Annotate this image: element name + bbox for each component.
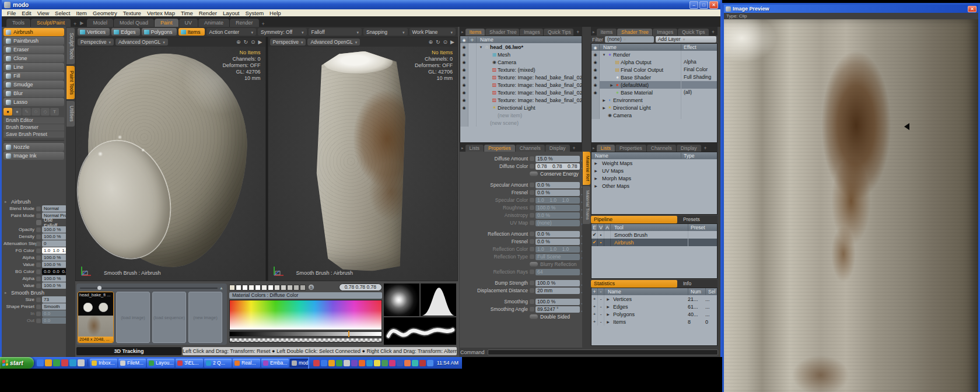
toolbar-dropdown[interactable]: Action Center	[206, 28, 256, 36]
tool-button[interactable]: Fill	[4, 72, 64, 80]
pin-cell[interactable]	[468, 58, 477, 66]
pin-cell[interactable]	[468, 89, 477, 96]
tray-icon[interactable]	[359, 360, 365, 366]
property-field[interactable]: 1.0 1.0 1.0	[42, 247, 66, 254]
minimize-button[interactable]: –	[690, 1, 698, 9]
toolbar-dropdown[interactable]: Snapping	[363, 28, 408, 36]
item-label[interactable]: Directional Light	[498, 105, 582, 111]
item-label[interactable]: Texture: Image: head_bake_final_02d (4)	[498, 82, 582, 88]
item-row[interactable]: ▨ Texture: Image: head_bake_final_02d (4…	[460, 81, 582, 89]
envelope-button[interactable]	[36, 214, 41, 218]
shader-row[interactable]: ▼ ● Render	[592, 51, 717, 58]
task-button[interactable]: modo	[290, 359, 308, 368]
value-ramp[interactable]	[229, 331, 382, 337]
item-row[interactable]: (new item)	[460, 111, 582, 119]
close-button[interactable]: ✕	[709, 1, 718, 9]
statistics-title[interactable]: Statistics	[591, 280, 677, 288]
close-button[interactable]: ✕	[968, 6, 977, 12]
eye-icon[interactable]	[592, 89, 600, 96]
envelope-button[interactable]	[36, 298, 41, 302]
brush-tip-button[interactable]: ●	[13, 108, 22, 116]
eye-icon[interactable]	[460, 43, 468, 51]
stone-mesh-object[interactable]	[80, 48, 253, 272]
panel-tab[interactable]: +	[709, 29, 717, 36]
tray-icon[interactable]	[313, 360, 320, 366]
envelope-button[interactable]	[36, 318, 41, 323]
expander-icon[interactable]: ▶	[606, 304, 611, 309]
eye-icon[interactable]	[460, 104, 468, 111]
shader-label[interactable]: Alpha Output	[621, 60, 681, 65]
layout-tab[interactable]: UV	[179, 19, 198, 27]
eye-icon[interactable]	[592, 66, 600, 74]
item-label[interactable]: Texture: Image: head_bake_final_02d (6)	[498, 97, 582, 103]
envelope-button[interactable]	[530, 205, 534, 210]
item-label[interactable]: (new scene)	[490, 120, 582, 126]
shader-row[interactable]: ▤ Alpha Output Alpha	[592, 58, 717, 66]
shader-effect[interactable]	[681, 96, 717, 104]
brush-link[interactable]: Brush Editor	[4, 117, 64, 124]
envelope-button[interactable]	[530, 232, 534, 236]
map-list-label[interactable]: UV Maps	[598, 168, 717, 174]
property-field[interactable]: 100.0 %	[42, 233, 66, 240]
expander-icon[interactable]: ▼	[601, 53, 607, 57]
statistics-row[interactable]: + - ▶ Edges 61... ...	[592, 303, 717, 310]
panel-tab[interactable]: Items	[597, 29, 617, 36]
color-swatch[interactable]	[274, 285, 280, 290]
expander-icon[interactable]: ▶	[606, 312, 611, 316]
eye-icon[interactable]	[592, 96, 600, 104]
shader-label[interactable]: Directional Light	[613, 105, 681, 111]
tool-button[interactable]: Smudge	[4, 80, 64, 89]
panel-tab[interactable]: Properties	[615, 145, 646, 152]
tray-icon[interactable]	[419, 360, 426, 366]
envelope-button[interactable]	[530, 270, 534, 274]
color-swatch[interactable]	[261, 285, 267, 290]
item-row[interactable]: ▨ Texture: Image: head_bake_final_02d (5…	[460, 89, 582, 96]
color-value-field[interactable]: 0.78 0.78 0.78	[339, 284, 382, 291]
menu-item[interactable]: Texture	[120, 10, 144, 16]
property-field[interactable]: 0.0 %	[536, 182, 580, 188]
tray-icon[interactable]	[404, 360, 411, 366]
property-field[interactable]: 15.0 %	[536, 156, 580, 162]
envelope-button[interactable]	[36, 256, 41, 260]
viewport-3d[interactable]: Perspective Advanced OpenGL ⊕ ↻ ⊙ ▶	[75, 37, 266, 281]
property-field[interactable]: 20 mm	[536, 288, 580, 294]
palette-side-tab[interactable]: Utilities	[66, 101, 75, 126]
shader-label[interactable]: Camera	[613, 113, 681, 118]
item-row[interactable]: ☀ Directional Light	[460, 104, 582, 111]
item-label[interactable]: Mesh	[498, 52, 582, 58]
menu-item[interactable]: File	[4, 10, 19, 16]
checkbox[interactable]	[530, 262, 538, 267]
property-field[interactable]: 0	[42, 240, 66, 247]
menu-item[interactable]: Geometry	[90, 10, 120, 16]
image-thumbnail[interactable]: (load image) (load image)	[116, 292, 150, 343]
expander-icon[interactable]: ▶	[601, 98, 607, 102]
eye-icon[interactable]	[460, 119, 468, 127]
color-swatch[interactable]	[255, 285, 261, 290]
envelope-button[interactable]	[530, 288, 534, 293]
item-row[interactable]: ▨ Texture: Image: head_bake_final_02d (6…	[460, 96, 582, 104]
viewport-canvas[interactable]: No Items Channels: 0Deformers: OFFGL: 42…	[76, 47, 265, 281]
envelope-button[interactable]	[36, 304, 41, 309]
eye-icon[interactable]	[460, 66, 468, 74]
envelope-button[interactable]	[530, 198, 534, 202]
expander-icon[interactable]: ▶	[601, 106, 607, 110]
pipeline-tool-label[interactable]: Smooth Brush	[611, 232, 688, 238]
statistics-row[interactable]: + - ▶ Polygons 40... ...	[592, 310, 717, 318]
property-field[interactable]: 100.0 %	[42, 275, 66, 282]
property-field[interactable]: 64	[536, 269, 580, 275]
selection-mode-button[interactable]: Polygons	[142, 28, 177, 36]
spinner-icon[interactable]	[580, 218, 582, 228]
task-button[interactable]: 2 Q...	[204, 359, 232, 368]
tray-icon[interactable]	[366, 360, 373, 366]
property-field[interactable]: 73	[42, 296, 66, 303]
tool-button[interactable]: Line	[4, 63, 64, 71]
expander-icon[interactable]: ▶	[593, 169, 598, 173]
panel-tab[interactable]: Channels	[647, 145, 676, 152]
pin-cell[interactable]	[468, 43, 477, 51]
panel-tab[interactable]: Items	[466, 29, 485, 36]
shader-effect[interactable]	[681, 81, 717, 89]
panel-tab[interactable]: +	[702, 145, 709, 152]
envelope-button[interactable]	[530, 239, 534, 244]
material-side-tab[interactable]: Material Ref	[583, 152, 590, 185]
info-tab[interactable]: Info	[677, 280, 697, 288]
